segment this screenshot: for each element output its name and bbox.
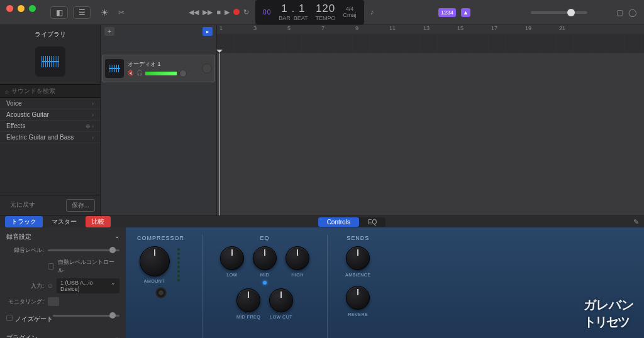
track-icon xyxy=(105,59,124,78)
noise-gate-label: ノイズゲート xyxy=(15,315,53,322)
library-search-input[interactable]: ⌕ サウンドを検索 xyxy=(0,84,100,98)
compressor-amount-knob[interactable] xyxy=(140,246,170,276)
position-display: 1 . 1 xyxy=(281,3,305,15)
tab-compare[interactable]: 比較 xyxy=(86,216,111,227)
watermark: ガレバン トリセツ xyxy=(584,297,634,330)
tempo-display: 120 xyxy=(316,3,335,15)
playhead[interactable] xyxy=(219,53,220,215)
library-sidebar: ライブラリ ⌕ サウンドを検索 Voice› Acoustic Guitar› … xyxy=(0,25,101,215)
mute-icon[interactable]: 🔇 xyxy=(128,70,134,76)
collapse-icon[interactable]: ⌄ xyxy=(114,232,119,241)
track-name: オーディオ 1 xyxy=(128,60,198,68)
stop-button[interactable]: ■ xyxy=(216,8,221,16)
reverb-send-knob[interactable] xyxy=(346,286,370,310)
compressor-label: COMPRESSOR xyxy=(137,235,184,241)
library-toggle-button[interactable]: ◧ xyxy=(50,6,68,19)
library-category-effects[interactable]: Effects⊕ › xyxy=(0,121,100,132)
edit-icon[interactable]: ✎ xyxy=(633,218,639,226)
record-enable-button[interactable] xyxy=(202,63,212,74)
tab-master[interactable]: マスター xyxy=(45,216,83,227)
scissors-icon[interactable]: ✂ xyxy=(118,8,125,17)
master-volume-slider[interactable] xyxy=(531,11,587,14)
tuner-icon[interactable]: ♪ xyxy=(370,8,374,16)
toolbar: ◧ ☰ ☀ ✂ ◀◀ ▶▶ ■ ▶ ↻ 00 1 . 1BAR BEAT 120… xyxy=(0,0,644,25)
eq-label: EQ xyxy=(260,235,270,241)
eq-active-led xyxy=(263,281,267,285)
notepad-button[interactable]: ▢ xyxy=(616,8,623,17)
input-select[interactable]: 1 (USB A...io Device)⌄ xyxy=(57,278,119,293)
revert-button[interactable]: 元に戻す xyxy=(5,199,40,212)
library-category-acoustic-guitar[interactable]: Acoustic Guitar› xyxy=(0,109,100,121)
pan-knob[interactable] xyxy=(179,70,187,77)
close-window-button[interactable] xyxy=(6,5,13,12)
forward-button[interactable]: ▶▶ xyxy=(203,8,213,16)
input-jack-icon xyxy=(155,287,167,298)
eq-midfreq-knob[interactable] xyxy=(236,288,260,312)
rewind-button[interactable]: ◀◀ xyxy=(189,8,199,16)
arrange-area[interactable] xyxy=(217,53,644,215)
search-icon: ⌕ xyxy=(5,88,9,95)
tab-controls[interactable]: Controls xyxy=(318,217,359,227)
eq-low-knob[interactable] xyxy=(220,246,244,270)
automation-button[interactable]: ▸ xyxy=(203,27,213,36)
volume-meter[interactable] xyxy=(145,72,177,75)
sends-label: SENDS xyxy=(347,235,369,241)
ambience-send-knob[interactable] xyxy=(346,246,370,270)
auto-level-checkbox[interactable] xyxy=(48,263,54,270)
headphone-icon[interactable]: 🎧 xyxy=(136,70,143,76)
editor-toggle-button[interactable]: ☀ xyxy=(96,6,113,19)
ruler[interactable]: 13579111315171921 xyxy=(217,25,644,53)
collapse-icon[interactable]: ⌄ xyxy=(114,334,119,338)
noise-gate-slider[interactable] xyxy=(53,315,119,317)
eq-high-knob[interactable] xyxy=(286,246,309,270)
mixer-toggle-button[interactable]: ☰ xyxy=(73,6,91,19)
tab-eq[interactable]: EQ xyxy=(359,217,386,227)
tab-track[interactable]: トラック xyxy=(5,216,43,227)
lcd-display[interactable]: 00 1 . 1BAR BEAT 120TEMPO 4/4Cmaj xyxy=(255,0,364,25)
add-track-button[interactable]: + xyxy=(104,27,114,36)
library-category-voice[interactable]: Voice› xyxy=(0,98,100,109)
loops-button[interactable]: ◯ xyxy=(628,8,636,17)
maximize-window-button[interactable] xyxy=(29,5,36,12)
eq-lowcut-knob[interactable] xyxy=(269,288,293,312)
timesig-display: 4/4 xyxy=(346,6,354,13)
monitoring-button[interactable] xyxy=(48,297,59,306)
smart-controls-panel: COMPRESSOR AMOUNT EQ LOW MID HIGH xyxy=(126,227,644,338)
count-in-badge[interactable]: 1234 xyxy=(438,8,456,17)
save-button[interactable]: 保存... xyxy=(66,199,95,212)
play-button[interactable]: ▶ xyxy=(225,8,230,16)
inspector-header: 録音設定 xyxy=(6,232,31,241)
cycle-button[interactable]: ↻ xyxy=(243,8,249,16)
rec-level-slider[interactable] xyxy=(48,249,119,251)
track-header[interactable]: オーディオ 1 🔇 🎧 xyxy=(102,55,215,82)
library-category-electric-guitar[interactable]: Electric Guitar and Bass› xyxy=(0,132,100,143)
metronome-button[interactable]: ▲ xyxy=(461,8,470,17)
minimize-window-button[interactable] xyxy=(18,5,25,12)
record-button[interactable] xyxy=(233,9,240,15)
inspector-panel: 録音設定⌄ 録音レベル: 自動レベルコントロール 入力:⊙1 (USB A...… xyxy=(0,227,126,338)
plugin-header: プラグイン xyxy=(6,334,38,338)
library-title: ライブラリ xyxy=(0,25,100,44)
patch-icon xyxy=(35,46,65,77)
key-display: Cmaj xyxy=(343,12,357,19)
eq-mid-knob[interactable] xyxy=(253,246,277,270)
